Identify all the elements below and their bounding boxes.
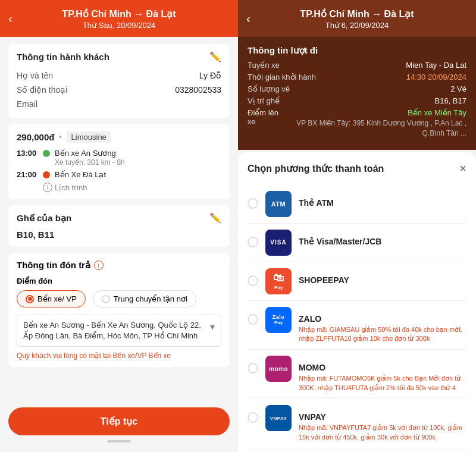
schedule-link[interactable]: i Lịch trình [17, 183, 221, 192]
visa-info: Thẻ Visa/Master/JCB [299, 230, 466, 246]
seat-title: Ghế của bạn [17, 213, 71, 224]
pickup-dropdown[interactable]: Bến xe An Sương - Bến Xe An Sương, Quốc … [17, 315, 221, 347]
trip-time-row: Thời gian khởi hành 14:30 20/09/2024 [248, 73, 466, 81]
bus-type: Limousine [67, 131, 111, 143]
ticket-card: 290,000đ • Limousine 13:00 Bến xe An Sươ… [8, 124, 230, 199]
arrive-dot [43, 171, 50, 178]
trip-pickup-row: Điểm lên xe Bến xe Miền Tây VP BX Miền T… [248, 108, 466, 139]
pickup-section: Thông tin đón trả i Điểm đón Bến xe/ VP … [8, 253, 230, 367]
vnpay-promo: Nhập mã: VNPAYFUTA7 giảm 5k với đơn từ 1… [299, 423, 466, 442]
right-back-button[interactable]: ‹ [246, 12, 250, 26]
arrive-stop-row: 21:00 Bến Xe Đà Lạt [17, 170, 221, 179]
payment-option-zalo[interactable]: Zalo Pay ZALO Nhập mã: GIAMSAU giảm 50% … [248, 301, 466, 350]
depart-dot [43, 150, 50, 157]
payment-option-mbbank[interactable]: ✳ MB BANK [248, 448, 466, 452]
left-content: Thông tin hành khách ✏️ Họ và tên Ly Đỗ … [0, 37, 238, 399]
trip-seat-label: Vị trí ghế [248, 96, 280, 105]
zalo-logo: Zalo Pay [265, 307, 292, 333]
modal-title: Chọn phương thức thanh toán [248, 163, 384, 174]
shopeepay-name: SHOPEEPAY [299, 268, 466, 285]
passenger-name-row: Họ và tên Ly Đỗ [17, 68, 221, 83]
option-trungchuyen-radio [102, 295, 110, 303]
pickup-dropdown-text: Bến xe An Sương - Bến Xe An Sương, Quốc … [23, 320, 206, 341]
vnpay-logo: VNPAY [265, 405, 292, 431]
arrive-stop-name: Bến Xe Đà Lạt [55, 170, 106, 179]
trip-seat-row: Vị trí ghế B16, B17 [248, 96, 466, 105]
passenger-email-row: Email [17, 97, 221, 111]
payment-option-visa[interactable]: VISA Thẻ Visa/Master/JCB [248, 224, 466, 262]
modal-close-button[interactable]: × [459, 162, 466, 175]
phone-value: 0328002533 [175, 85, 221, 95]
zalo-promo: Nhập mã: GIAMSAU giảm 50% tối đa 40k cho… [299, 325, 466, 344]
payment-option-vnpay[interactable]: VNPAY VNPAY Nhập mã: VNPAYFUTA7 giảm 5k … [248, 399, 466, 448]
trip-pickup-value: Bến xe Miền Tây [283, 108, 466, 117]
bottom-bar: Tiếp tục [0, 399, 238, 452]
depart-time: 13:00 [17, 149, 38, 158]
passenger-edit-icon[interactable]: ✏️ [209, 51, 221, 62]
shopeepay-logo: 🛍 Pay [265, 268, 292, 294]
vnpay-info: VNPAY Nhập mã: VNPAYFUTA7 giảm 5k với đơ… [299, 405, 466, 442]
trip-pickup-label: Điểm lên xe [248, 108, 283, 139]
ticket-price: 290,000đ [17, 132, 54, 142]
continue-button[interactable]: Tiếp tục [8, 407, 230, 435]
bottom-bar-indicator [107, 440, 131, 442]
right-panel: ‹ TP.Hồ Chí Minh → Đà Lạt Thứ 6, 20/09/2… [238, 0, 476, 452]
phone-label: Số điện thoại [17, 85, 67, 95]
modal-header: Chọn phương thức thanh toán × [248, 162, 466, 175]
info-circle-icon: i [43, 183, 52, 192]
momo-radio [248, 363, 258, 373]
pickup-info-icon: i [94, 260, 104, 270]
seat-edit-icon[interactable]: ✏️ [209, 212, 221, 224]
left-panel: ‹ TP.Hồ Chí Minh → Đà Lạt Thứ Sáu, 20/09… [0, 0, 238, 452]
trip-tickets-label: Số lượng vé [248, 84, 290, 93]
left-header: ‹ TP.Hồ Chí Minh → Đà Lạt Thứ Sáu, 20/09… [0, 0, 238, 37]
point-label: Điểm đón [17, 277, 221, 285]
right-route-title: TP.Hồ Chí Minh → Đà Lạt [248, 8, 466, 20]
zalo-info: ZALO Nhập mã: GIAMSAU giảm 50% tối đa 40… [299, 307, 466, 344]
trip-route-row: Tuyến xe Mien Tay - Da Lat [248, 61, 466, 70]
name-value: Ly Đỗ [199, 71, 221, 80]
depart-stop-row: 13:00 Bến xe An Sương Xe tuyến: 301 km -… [17, 149, 221, 167]
trip-time-label: Thời gian khởi hành [248, 73, 316, 81]
trip-info-card: Thông tin lượt đi Tuyến xe Mien Tay - Da… [238, 37, 476, 150]
dropdown-arrow-icon: ▾ [210, 321, 215, 332]
payment-option-atm[interactable]: ATM Thẻ ATM [248, 185, 466, 224]
left-route-title: TP.Hồ Chí Minh → Đà Lạt [10, 8, 228, 20]
shopeepay-radio [248, 275, 258, 286]
left-route-date: Thứ Sáu, 20/09/2024 [10, 21, 228, 30]
trip-tickets-row: Số lượng vé 2 Vé [248, 84, 466, 93]
vnpay-radio [248, 412, 258, 423]
atm-logo: ATM [265, 191, 292, 217]
atm-name: Thẻ ATM [299, 191, 466, 208]
trip-tickets-value: 2 Vé [450, 84, 466, 93]
zalo-radio [248, 314, 258, 325]
trip-pickup-sub: VP BX Miền Tây: 395 Kinh Dương Vương , P… [283, 118, 466, 139]
trip-seat-value: B16, B17 [435, 96, 467, 105]
trip-info-title: Thông tin lượt đi [248, 45, 466, 56]
visa-radio [248, 237, 258, 247]
passenger-phone-row: Số điện thoại 0328002533 [17, 83, 221, 97]
depart-stop-name: Bến xe An Sương [55, 149, 125, 158]
option-benvp-button[interactable]: Bến xe/ VP [17, 290, 86, 307]
seat-card: Ghế của bạn ✏️ B10, B11 [8, 205, 230, 247]
left-back-button[interactable]: ‹ [8, 12, 12, 26]
payment-option-shopeepay[interactable]: 🛍 Pay SHOPEEPAY [248, 262, 466, 301]
option-benvp-radio [26, 295, 34, 303]
right-route-date: Thứ 6, 20/09/2024 [248, 21, 466, 30]
payment-modal: Chọn phương thức thanh toán × ATM Thẻ AT… [238, 152, 476, 452]
shopeepay-info: SHOPEEPAY [299, 268, 466, 285]
zalo-name: ZALO [299, 307, 466, 324]
name-label: Họ và tên [17, 71, 53, 80]
visa-logo: VISA [265, 230, 292, 256]
atm-radio [248, 198, 258, 209]
momo-promo: Nhập mã: FUTAMOMO5K giảm 5k cho Bạn Mới … [299, 374, 466, 393]
pickup-warning: Quý khách vui lòng có mặt tại Bến xe/VP … [17, 351, 221, 360]
email-label: Email [17, 99, 37, 109]
trip-route-label: Tuyến xe [248, 61, 280, 70]
vnpay-name: VNPAY [299, 405, 466, 422]
option-trungchuyen-button[interactable]: Trung chuyển tận nơi [93, 290, 196, 307]
pickup-title: Thông tin đón trả [17, 260, 90, 271]
trip-route-value: Mien Tay - Da Lat [406, 61, 466, 70]
seat-numbers: B10, B11 [17, 230, 221, 240]
payment-option-momo[interactable]: momo MOMO Nhập mã: FUTAMOMO5K giảm 5k ch… [248, 350, 466, 399]
